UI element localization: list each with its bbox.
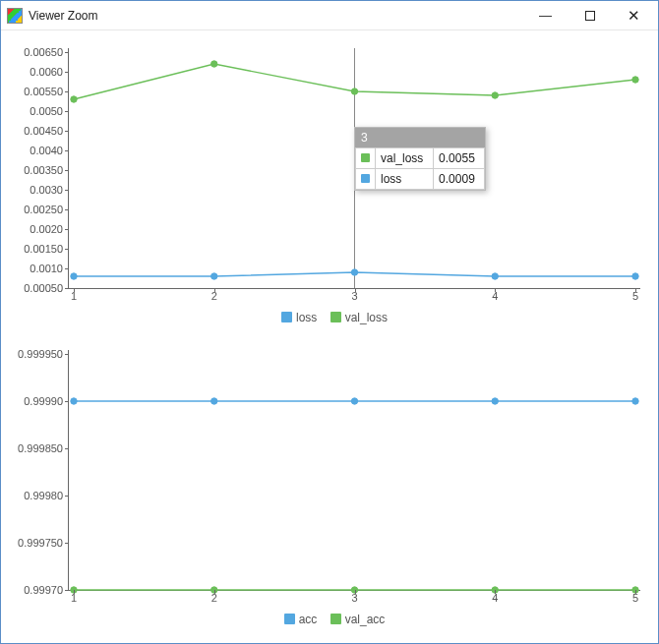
tooltip-header: 3 xyxy=(355,128,485,147)
acc-plot-svg xyxy=(69,350,640,590)
y-tick-label: 0.0050 xyxy=(30,105,63,117)
svg-point-6 xyxy=(71,96,77,102)
tooltip-row: val_loss 0.0055 xyxy=(356,148,485,169)
svg-point-13 xyxy=(351,398,357,404)
swatch-green-icon xyxy=(361,153,370,162)
hover-tooltip: 3 val_loss 0.0055 loss 0.0009 xyxy=(354,127,486,191)
svg-point-5 xyxy=(632,273,638,279)
y-tick-label: 0.0010 xyxy=(30,263,63,274)
y-tick-label: 0.999950 xyxy=(18,348,63,360)
y-tick-label: 0.99980 xyxy=(24,490,63,501)
svg-point-11 xyxy=(71,398,77,404)
content-area: 0.000500.00100.001500.00200.002500.00300… xyxy=(1,30,658,643)
app-icon xyxy=(7,8,23,24)
y-tick-label: 0.99990 xyxy=(24,395,63,407)
titlebar[interactable]: Viewer Zoom — ✕ xyxy=(1,1,658,30)
y-tick-label: 0.999750 xyxy=(18,537,63,549)
y-tick-label: 0.0060 xyxy=(30,66,63,78)
legend-label: loss xyxy=(296,311,317,324)
legend-swatch-icon xyxy=(284,614,295,624)
y-tick-label: 0.0020 xyxy=(30,223,63,235)
y-tick-label: 0.00350 xyxy=(24,164,63,176)
svg-point-14 xyxy=(492,398,498,404)
legend-swatch-icon xyxy=(281,312,292,322)
legend-label: val_acc xyxy=(345,613,386,626)
tooltip-series-value: 0.0055 xyxy=(434,148,485,169)
svg-point-9 xyxy=(492,92,498,98)
tooltip-series-value: 0.0009 xyxy=(434,169,485,190)
y-tick-label: 0.999850 xyxy=(18,442,63,454)
legend-bottom: acc val_acc xyxy=(11,613,648,626)
maximize-button[interactable] xyxy=(568,2,612,29)
legend-swatch-icon xyxy=(330,614,341,624)
legend-label: acc xyxy=(299,613,318,626)
y-tick-label: 0.00450 xyxy=(24,125,63,137)
loss-chart[interactable]: 0.000500.00100.001500.00200.002500.00300… xyxy=(68,48,640,289)
svg-point-15 xyxy=(632,398,638,404)
y-tick-label: 0.00150 xyxy=(24,243,63,255)
tooltip-row: loss 0.0009 xyxy=(356,169,485,190)
legend-swatch-icon xyxy=(330,312,341,322)
y-tick-label: 0.00550 xyxy=(24,86,63,97)
app-window: Viewer Zoom — ✕ 0.000500.00100.001500.00… xyxy=(0,0,659,644)
y-tick-label: 0.0030 xyxy=(30,184,63,196)
svg-point-1 xyxy=(71,273,77,279)
svg-point-2 xyxy=(211,273,217,279)
y-tick-label: 0.00050 xyxy=(24,282,63,294)
y-axis-labels: 0.999700.9997500.999800.9998500.999900.9… xyxy=(12,350,65,590)
x-axis-labels: 12345 xyxy=(69,592,640,606)
tooltip-series-name: loss xyxy=(376,169,434,190)
tooltip-series-name: val_loss xyxy=(376,148,434,169)
close-button[interactable]: ✕ xyxy=(612,2,656,29)
y-tick-label: 0.00250 xyxy=(24,204,63,215)
y-tick-label: 0.99970 xyxy=(24,584,63,596)
svg-point-3 xyxy=(351,269,357,275)
legend-top: loss val_loss xyxy=(11,311,648,324)
swatch-blue-icon xyxy=(361,174,370,183)
x-axis-labels: 12345 xyxy=(69,290,640,304)
y-axis-labels: 0.000500.00100.001500.00200.002500.00300… xyxy=(12,48,65,288)
y-tick-label: 0.00650 xyxy=(24,46,63,58)
svg-point-10 xyxy=(632,77,638,83)
minimize-button[interactable]: — xyxy=(523,2,568,29)
y-tick-label: 0.0040 xyxy=(30,145,63,156)
svg-point-4 xyxy=(492,273,498,279)
legend-label: val_loss xyxy=(345,311,388,324)
tooltip-table: val_loss 0.0055 loss 0.0009 xyxy=(355,147,485,190)
svg-point-8 xyxy=(351,88,357,94)
window-title: Viewer Zoom xyxy=(29,9,97,23)
acc-chart[interactable]: 0.999700.9997500.999800.9998500.999900.9… xyxy=(68,350,640,591)
svg-point-7 xyxy=(211,61,217,67)
svg-point-12 xyxy=(211,398,217,404)
